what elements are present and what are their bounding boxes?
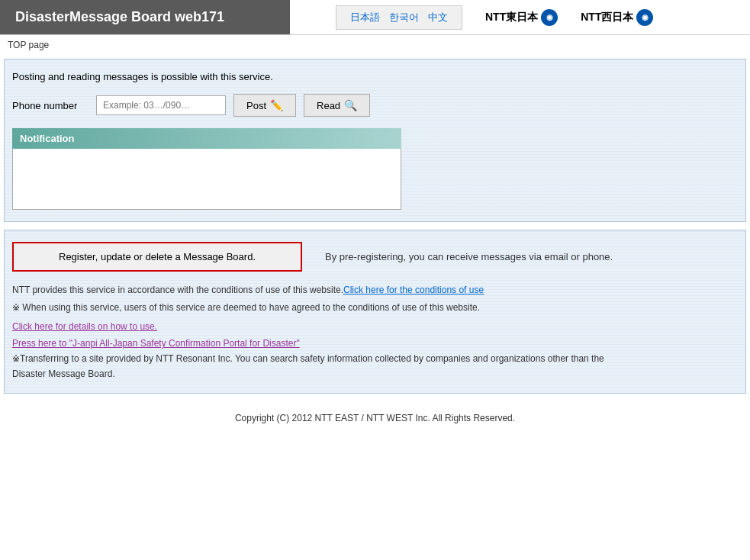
transfer-line2: Disaster Message Board. [12,369,115,379]
language-selector: 日本語 한국어 中文 [336,5,462,30]
breadcrumb: TOP page [0,35,750,55]
read-button[interactable]: Read [304,94,370,117]
notification-header: Notification [12,128,401,149]
notification-section: Notification [12,128,738,210]
transfer-line1: ※Transferring to a site provided by NTT … [12,353,604,364]
lang-korean[interactable]: 한국어 [385,11,423,24]
pre-register-text: By pre-registering, you can receive mess… [325,251,613,262]
ntt-west-text: NTT西日本 [581,11,633,24]
post-label: Post [246,100,266,111]
pencil-icon [270,99,283,111]
ntt-logos: NTT東日本 ◉ NTT西日本 ◉ [485,9,653,26]
register-row: Register, update or delete a Message Boa… [12,242,738,272]
site-title: DisasterMessage Board web171 [0,0,290,34]
phone-input[interactable] [96,95,226,115]
ntt-west-icon: ◉ [636,9,653,26]
breadcrumb-text: TOP page [8,40,49,50]
copyright-text: Copyright (C) 2012 NTT EAST / NTT WEST I… [235,413,515,423]
info-text-2: ※ When using this service, users of this… [12,301,738,315]
info-text-1: NTT provides this service in accordance … [12,283,738,298]
post-button[interactable]: Post [233,94,296,117]
detail-link[interactable]: Click here for details on how to use. [12,321,738,332]
bottom-section: Register, update or delete a Message Boa… [4,230,746,394]
notification-body [12,149,401,210]
lang-chinese[interactable]: 中文 [423,11,452,24]
ntt-east-logo: NTT東日本 ◉ [485,9,558,26]
ntt-east-text: NTT東日本 [485,11,538,24]
phone-label: Phone number [12,100,89,111]
lang-japanese[interactable]: 日本語 [346,11,385,24]
transfer-text: ※Transferring to a site provided by NTT … [12,352,738,381]
janpi-link[interactable]: Press here to "J-anpi All-Japan Safety C… [12,338,738,349]
page-header: DisasterMessage Board web171 日本語 한국어 中文 … [0,0,750,35]
ntt-west-logo: NTT西日本 ◉ [581,9,653,26]
register-button[interactable]: Register, update or delete a Message Boa… [12,242,302,272]
conditions-link[interactable]: Click here for the conditions of use [343,285,484,295]
service-description: Posting and reading messages is possible… [12,71,738,82]
main-section: Posting and reading messages is possible… [4,59,746,222]
ntt-east-icon: ◉ [541,9,558,26]
magnify-icon [344,99,357,111]
page-footer: Copyright (C) 2012 NTT EAST / NTT WEST I… [0,401,750,435]
read-label: Read [317,100,340,111]
info-line1: NTT provides this service in accordance … [12,285,343,295]
phone-row: Phone number Post Read [12,94,738,117]
